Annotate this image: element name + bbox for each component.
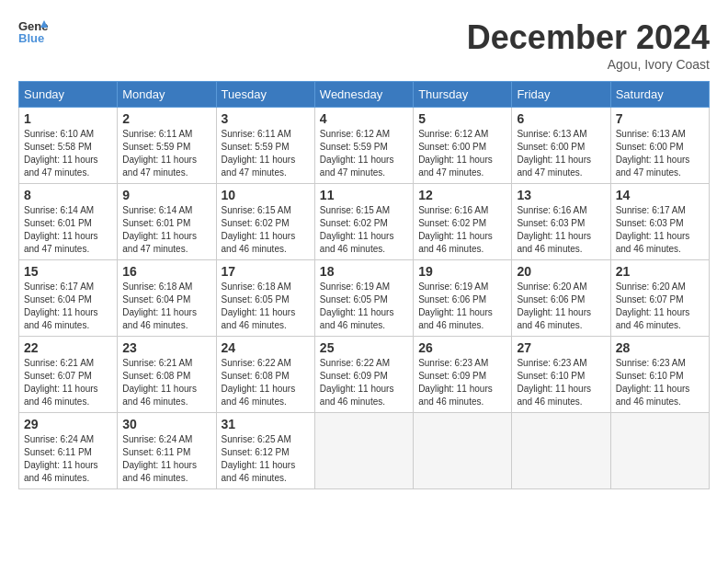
calendar-week-row: 15Sunrise: 6:17 AM Sunset: 6:04 PM Dayli…: [19, 260, 710, 337]
calendar-cell: 15Sunrise: 6:17 AM Sunset: 6:04 PM Dayli…: [19, 260, 118, 337]
title-area: December 2024 Agou, Ivory Coast: [467, 18, 710, 72]
day-info: Sunrise: 6:18 AM Sunset: 6:04 PM Dayligh…: [122, 281, 210, 332]
day-info: Sunrise: 6:22 AM Sunset: 6:09 PM Dayligh…: [320, 357, 408, 408]
day-number: 17: [222, 264, 310, 279]
calendar-cell: 25Sunrise: 6:22 AM Sunset: 6:09 PM Dayli…: [314, 337, 413, 413]
day-number: 14: [616, 188, 704, 202]
day-number: 6: [517, 111, 605, 126]
weekday-header-wednesday: Wednesday: [314, 82, 413, 108]
calendar-week-row: 29Sunrise: 6:24 AM Sunset: 6:11 PM Dayli…: [19, 413, 710, 489]
weekday-header-saturday: Saturday: [610, 82, 709, 108]
day-info: Sunrise: 6:18 AM Sunset: 6:05 PM Dayligh…: [222, 281, 310, 332]
calendar-cell: [414, 413, 512, 489]
calendar-cell: 2Sunrise: 6:11 AM Sunset: 5:59 PM Daylig…: [118, 108, 216, 184]
logo: General Blue: [18, 18, 48, 44]
calendar-cell: 12Sunrise: 6:16 AM Sunset: 6:02 PM Dayli…: [414, 184, 512, 260]
day-number: 8: [24, 188, 112, 202]
calendar-cell: 17Sunrise: 6:18 AM Sunset: 6:05 PM Dayli…: [216, 260, 314, 337]
day-number: 13: [517, 188, 605, 202]
calendar-cell: 4Sunrise: 6:12 AM Sunset: 5:59 PM Daylig…: [314, 108, 413, 184]
day-info: Sunrise: 6:25 AM Sunset: 6:12 PM Dayligh…: [222, 433, 310, 485]
day-info: Sunrise: 6:19 AM Sunset: 6:05 PM Dayligh…: [320, 281, 408, 332]
day-number: 1: [24, 111, 112, 126]
weekday-header-tuesday: Tuesday: [216, 82, 314, 108]
day-number: 12: [418, 188, 506, 202]
calendar-cell: 13Sunrise: 6:16 AM Sunset: 6:03 PM Dayli…: [512, 184, 610, 260]
day-number: 3: [222, 111, 310, 126]
calendar-cell: 3Sunrise: 6:11 AM Sunset: 5:59 PM Daylig…: [216, 108, 314, 184]
day-number: 5: [418, 111, 506, 126]
day-number: 16: [122, 264, 210, 279]
day-info: Sunrise: 6:11 AM Sunset: 5:59 PM Dayligh…: [222, 128, 310, 179]
calendar-cell: 1Sunrise: 6:10 AM Sunset: 5:58 PM Daylig…: [19, 108, 118, 184]
page-header: General Blue December 2024 Agou, Ivory C…: [18, 18, 710, 72]
day-number: 4: [320, 111, 408, 126]
calendar-cell: 16Sunrise: 6:18 AM Sunset: 6:04 PM Dayli…: [118, 260, 216, 337]
calendar-cell: 22Sunrise: 6:21 AM Sunset: 6:07 PM Dayli…: [19, 337, 118, 413]
calendar-week-row: 8Sunrise: 6:14 AM Sunset: 6:01 PM Daylig…: [19, 184, 710, 260]
day-info: Sunrise: 6:20 AM Sunset: 6:06 PM Dayligh…: [517, 281, 605, 332]
day-info: Sunrise: 6:15 AM Sunset: 6:02 PM Dayligh…: [320, 204, 408, 256]
day-info: Sunrise: 6:24 AM Sunset: 6:11 PM Dayligh…: [24, 433, 112, 485]
day-number: 29: [24, 417, 112, 431]
day-number: 20: [517, 264, 605, 279]
calendar-cell: 30Sunrise: 6:24 AM Sunset: 6:11 PM Dayli…: [118, 413, 216, 489]
calendar-cell: 20Sunrise: 6:20 AM Sunset: 6:06 PM Dayli…: [512, 260, 610, 337]
calendar-cell: 9Sunrise: 6:14 AM Sunset: 6:01 PM Daylig…: [118, 184, 216, 260]
calendar-week-row: 22Sunrise: 6:21 AM Sunset: 6:07 PM Dayli…: [19, 337, 710, 413]
day-number: 2: [122, 111, 210, 126]
month-title: December 2024: [467, 18, 710, 57]
day-number: 31: [222, 417, 310, 431]
weekday-header-friday: Friday: [512, 82, 610, 108]
day-info: Sunrise: 6:16 AM Sunset: 6:03 PM Dayligh…: [517, 204, 605, 256]
calendar-cell: 21Sunrise: 6:20 AM Sunset: 6:07 PM Dayli…: [610, 260, 709, 337]
calendar-week-row: 1Sunrise: 6:10 AM Sunset: 5:58 PM Daylig…: [19, 108, 710, 184]
calendar-table: SundayMondayTuesdayWednesdayThursdayFrid…: [18, 81, 710, 489]
location: Agou, Ivory Coast: [467, 57, 710, 72]
day-info: Sunrise: 6:19 AM Sunset: 6:06 PM Dayligh…: [418, 281, 506, 332]
day-info: Sunrise: 6:20 AM Sunset: 6:07 PM Dayligh…: [616, 281, 704, 332]
day-info: Sunrise: 6:14 AM Sunset: 6:01 PM Dayligh…: [24, 204, 112, 256]
calendar-cell: 14Sunrise: 6:17 AM Sunset: 6:03 PM Dayli…: [610, 184, 709, 260]
day-info: Sunrise: 6:11 AM Sunset: 5:59 PM Dayligh…: [122, 128, 210, 179]
calendar-cell: 8Sunrise: 6:14 AM Sunset: 6:01 PM Daylig…: [19, 184, 118, 260]
day-info: Sunrise: 6:13 AM Sunset: 6:00 PM Dayligh…: [616, 128, 704, 179]
calendar-cell: [314, 413, 413, 489]
calendar-cell: 18Sunrise: 6:19 AM Sunset: 6:05 PM Dayli…: [314, 260, 413, 337]
day-info: Sunrise: 6:12 AM Sunset: 5:59 PM Dayligh…: [320, 128, 408, 179]
day-number: 10: [222, 188, 310, 202]
weekday-header-monday: Monday: [118, 82, 216, 108]
weekday-header-row: SundayMondayTuesdayWednesdayThursdayFrid…: [19, 82, 710, 108]
day-number: 26: [418, 340, 506, 355]
day-info: Sunrise: 6:14 AM Sunset: 6:01 PM Dayligh…: [122, 204, 210, 256]
day-info: Sunrise: 6:16 AM Sunset: 6:02 PM Dayligh…: [418, 204, 506, 256]
calendar-cell: 31Sunrise: 6:25 AM Sunset: 6:12 PM Dayli…: [216, 413, 314, 489]
day-number: 23: [122, 340, 210, 355]
calendar-cell: 11Sunrise: 6:15 AM Sunset: 6:02 PM Dayli…: [314, 184, 413, 260]
calendar-cell: [512, 413, 610, 489]
day-info: Sunrise: 6:10 AM Sunset: 5:58 PM Dayligh…: [24, 128, 112, 179]
day-number: 22: [24, 340, 112, 355]
weekday-header-thursday: Thursday: [414, 82, 512, 108]
day-info: Sunrise: 6:22 AM Sunset: 6:08 PM Dayligh…: [222, 357, 310, 408]
day-number: 7: [616, 111, 704, 126]
calendar-cell: 23Sunrise: 6:21 AM Sunset: 6:08 PM Dayli…: [118, 337, 216, 413]
day-number: 15: [24, 264, 112, 279]
day-number: 27: [517, 340, 605, 355]
day-number: 9: [122, 188, 210, 202]
day-number: 18: [320, 264, 408, 279]
calendar-cell: 24Sunrise: 6:22 AM Sunset: 6:08 PM Dayli…: [216, 337, 314, 413]
day-number: 21: [616, 264, 704, 279]
calendar-cell: 19Sunrise: 6:19 AM Sunset: 6:06 PM Dayli…: [414, 260, 512, 337]
day-info: Sunrise: 6:13 AM Sunset: 6:00 PM Dayligh…: [517, 128, 605, 179]
day-number: 30: [122, 417, 210, 431]
weekday-header-sunday: Sunday: [19, 82, 118, 108]
day-info: Sunrise: 6:23 AM Sunset: 6:10 PM Dayligh…: [517, 357, 605, 408]
calendar-cell: 7Sunrise: 6:13 AM Sunset: 6:00 PM Daylig…: [610, 108, 709, 184]
day-number: 24: [222, 340, 310, 355]
day-info: Sunrise: 6:24 AM Sunset: 6:11 PM Dayligh…: [122, 433, 210, 485]
day-info: Sunrise: 6:23 AM Sunset: 6:09 PM Dayligh…: [418, 357, 506, 408]
calendar-cell: 28Sunrise: 6:23 AM Sunset: 6:10 PM Dayli…: [610, 337, 709, 413]
day-info: Sunrise: 6:21 AM Sunset: 6:07 PM Dayligh…: [24, 357, 112, 408]
day-info: Sunrise: 6:17 AM Sunset: 6:04 PM Dayligh…: [24, 281, 112, 332]
